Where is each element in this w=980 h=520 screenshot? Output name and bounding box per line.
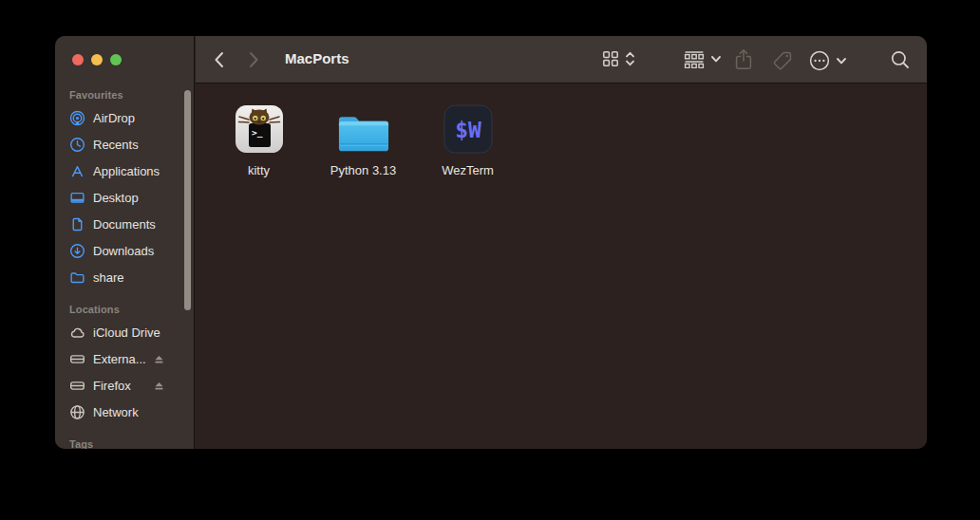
view-selector-button[interactable]	[601, 49, 635, 68]
share-icon	[733, 48, 754, 71]
external-drive-icon	[69, 351, 85, 367]
close-button[interactable]	[72, 54, 84, 65]
sidebar-item-recents[interactable]: Recents	[55, 131, 194, 158]
eject-icon[interactable]	[153, 380, 165, 392]
applications-icon	[69, 163, 85, 179]
sidebar-scrollbar[interactable]	[184, 90, 191, 310]
sidebar-item-downloads[interactable]: Downloads	[55, 237, 194, 264]
sidebar: FavouritesAirDropRecentsApplicationsDesk…	[55, 36, 195, 449]
toolbar: MacPorts	[196, 36, 927, 84]
traffic-lights	[72, 54, 122, 65]
group-by-button[interactable]	[683, 49, 722, 68]
blue-folder-icon[interactable]	[337, 104, 390, 154]
up-down-chevrons-icon	[625, 50, 635, 67]
tag-icon	[771, 49, 794, 72]
chevron-down-icon	[836, 57, 847, 65]
sidebar-section-label-locations: Locations	[69, 304, 194, 316]
sidebar-item-label: Firefox	[93, 379, 131, 393]
sidebar-item-network[interactable]: Network	[55, 399, 194, 425]
folder-icon	[69, 269, 85, 286]
zoom-button[interactable]	[110, 54, 122, 65]
sidebar-section-label-tags: Tags	[69, 438, 194, 449]
grid-view-icon	[601, 49, 620, 68]
eject-icon[interactable]	[153, 353, 165, 365]
chevron-right-icon	[248, 50, 260, 69]
kitty-app-icon[interactable]: >_	[233, 104, 286, 154]
sidebar-item-share[interactable]: share	[55, 264, 194, 290]
sidebar-item-label: AirDrop	[93, 111, 135, 125]
file-item-label: WezTerm	[442, 163, 494, 177]
svg-text:$W: $W	[455, 118, 481, 142]
share-button[interactable]	[733, 48, 754, 71]
file-item-kitty[interactable]: >_kitty	[209, 104, 309, 177]
forward-button[interactable]	[248, 50, 260, 69]
sidebar-item-label: Recents	[93, 138, 139, 152]
file-item-wezterm[interactable]: $WWezTerm	[418, 104, 518, 177]
sidebar-item-documents[interactable]: Documents	[55, 211, 194, 237]
sidebar-item-firefox[interactable]: Firefox	[55, 372, 194, 399]
finder-window: FavouritesAirDropRecentsApplicationsDesk…	[55, 36, 927, 449]
sidebar-item-label: Downloads	[93, 244, 154, 258]
tags-button[interactable]	[771, 49, 794, 72]
sidebar-item-label: Documents	[93, 217, 156, 232]
wezterm-app-icon[interactable]: $W	[442, 104, 495, 154]
desktop-icon	[69, 190, 85, 206]
external-drive-icon	[69, 378, 85, 394]
sidebar-sections: FavouritesAirDropRecentsApplicationsDesk…	[55, 76, 194, 449]
sidebar-item-label: Externa...	[93, 352, 146, 366]
sidebar-item-applications[interactable]: Applications	[55, 158, 194, 184]
sidebar-item-icloud-drive[interactable]: iCloud Drive	[55, 319, 194, 345]
sidebar-item-externa[interactable]: Externa...	[55, 345, 194, 372]
sidebar-item-label: iCloud Drive	[93, 325, 160, 340]
airdrop-icon	[69, 110, 85, 126]
back-button[interactable]	[213, 50, 225, 69]
ellipsis-circle-icon	[808, 49, 831, 72]
network-globe-icon	[69, 404, 85, 420]
document-icon	[69, 216, 85, 232]
minimize-button[interactable]	[91, 54, 103, 65]
file-item-label: kitty	[248, 163, 270, 177]
sidebar-item-label: Desktop	[93, 191, 139, 205]
folder-contents[interactable]: >_kittyPython 3.13$WWezTerm	[196, 84, 927, 449]
sidebar-item-label: share	[93, 270, 124, 285]
sidebar-item-desktop[interactable]: Desktop	[55, 184, 194, 211]
sidebar-item-airdrop[interactable]: AirDrop	[55, 104, 194, 131]
sidebar-item-label: Applications	[93, 164, 160, 178]
sidebar-item-label: Network	[93, 405, 139, 419]
file-item-python-3-13[interactable]: Python 3.13	[313, 104, 413, 177]
search-button[interactable]	[890, 49, 911, 70]
sidebar-section-label-favourites: Favourites	[69, 89, 194, 102]
icloud-icon	[69, 325, 85, 341]
file-item-label: Python 3.13	[330, 163, 396, 177]
clock-icon	[69, 137, 85, 153]
download-circle-icon	[69, 243, 85, 259]
group-icon	[683, 49, 706, 68]
chevron-left-icon	[213, 50, 225, 69]
window-title: MacPorts	[285, 50, 349, 66]
svg-text:>_: >_	[252, 127, 263, 138]
chevron-down-icon	[710, 55, 722, 64]
more-actions-button[interactable]	[808, 49, 847, 72]
search-icon	[890, 49, 911, 70]
